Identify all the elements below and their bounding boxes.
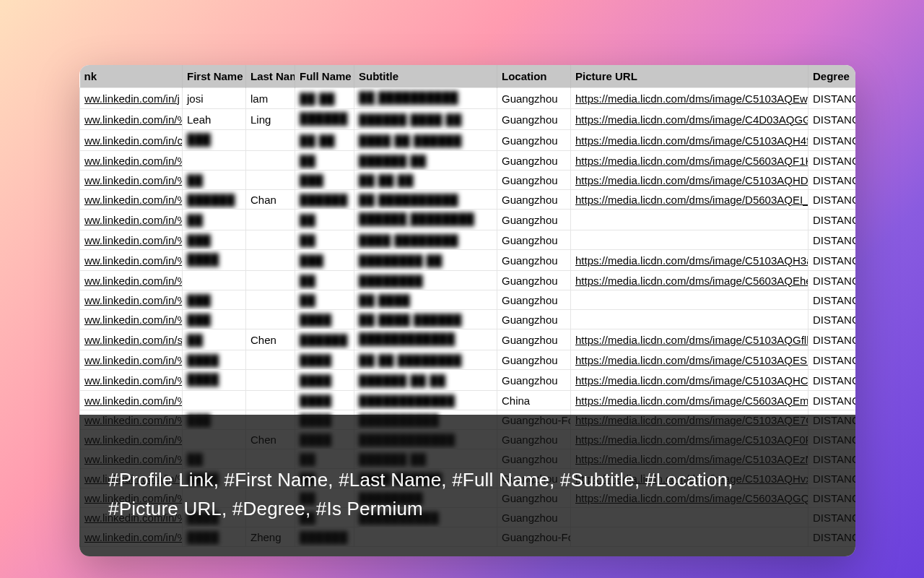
cell[interactable]: ████████ bbox=[354, 271, 497, 290]
cell[interactable] bbox=[571, 210, 808, 230]
cell[interactable]: ww.linkedin.com/in/% bbox=[80, 290, 183, 310]
cell[interactable]: ███ bbox=[183, 130, 246, 151]
cell[interactable]: Guangzhou bbox=[497, 109, 571, 130]
cell[interactable]: Guangzhou bbox=[497, 171, 571, 190]
table-row[interactable]: ww.linkedin.com/in/%██████████ ████████G… bbox=[80, 210, 856, 230]
cell[interactable]: Guangzhou bbox=[497, 210, 571, 230]
cell[interactable]: ████ bbox=[183, 250, 246, 271]
cell[interactable]: ████ ██ ██████ bbox=[354, 130, 497, 151]
cell[interactable]: DISTANCE bbox=[808, 370, 856, 391]
cell[interactable] bbox=[246, 271, 295, 290]
cell[interactable]: ██ ██ bbox=[295, 88, 354, 109]
cell[interactable]: ████ bbox=[183, 350, 246, 370]
cell[interactable]: ww.linkedin.com/in/% bbox=[80, 250, 183, 271]
cell[interactable]: https://media.licdn.com/dms/image/C4D03A… bbox=[571, 109, 808, 130]
cell[interactable]: ww.linkedin.com/in/% bbox=[80, 370, 183, 391]
cell[interactable]: DISTANCE bbox=[808, 130, 856, 151]
cell[interactable]: ww.linkedin.com/in/j bbox=[80, 88, 183, 109]
cell[interactable]: Chen bbox=[246, 329, 295, 350]
cell[interactable]: https://media.licdn.com/dms/image/C5103A… bbox=[571, 329, 808, 350]
cell[interactable]: DISTANCE bbox=[808, 190, 856, 210]
cell[interactable]: Guangzhou bbox=[497, 230, 571, 250]
cell[interactable]: Guangzhou bbox=[497, 329, 571, 350]
table-row[interactable]: ww.linkedin.com/in/%LeahLing████████████… bbox=[80, 109, 856, 130]
cell[interactable]: https://media.licdn.com/dms/image/C5103A… bbox=[571, 171, 808, 190]
col-header-link[interactable]: nk bbox=[80, 65, 183, 88]
col-header-location[interactable]: Location bbox=[497, 65, 571, 88]
table-row[interactable]: ww.linkedin.com/in/%███████ ██ ██Guangzh… bbox=[80, 171, 856, 190]
table-row[interactable]: ww.linkedin.com/in/%████████████████Chin… bbox=[80, 391, 856, 410]
cell[interactable] bbox=[571, 310, 808, 329]
cell[interactable]: ██████ ████ ██ bbox=[354, 109, 497, 130]
cell[interactable]: ████ bbox=[295, 350, 354, 370]
cell[interactable]: DISTANCE bbox=[808, 230, 856, 250]
cell[interactable]: Guangzhou bbox=[497, 271, 571, 290]
cell[interactable]: ██████ bbox=[295, 329, 354, 350]
cell[interactable]: ██ bbox=[295, 151, 354, 171]
cell[interactable]: ██████ ██ bbox=[354, 151, 497, 171]
cell[interactable]: DISTANCE bbox=[808, 151, 856, 171]
cell[interactable]: ██ bbox=[183, 210, 246, 230]
cell[interactable]: ww.linkedin.com/in/% bbox=[80, 230, 183, 250]
cell[interactable] bbox=[246, 130, 295, 151]
cell[interactable]: ██████ bbox=[183, 190, 246, 210]
cell[interactable]: DISTANCE bbox=[808, 329, 856, 350]
cell[interactable] bbox=[246, 210, 295, 230]
cell[interactable]: DISTANCE bbox=[808, 109, 856, 130]
cell[interactable] bbox=[183, 271, 246, 290]
table-row[interactable]: ww.linkedin.com/in/%███████ ████Guangzho… bbox=[80, 290, 856, 310]
cell[interactable]: https://media.licdn.com/dms/image/C5603A… bbox=[571, 151, 808, 171]
table-row[interactable]: ww.linkedin.com/in/%████████ ██Guangzhou… bbox=[80, 151, 856, 171]
cell[interactable]: DISTANCE bbox=[808, 391, 856, 410]
cell[interactable]: ww.linkedin.com/in/% bbox=[80, 391, 183, 410]
cell[interactable]: ███ bbox=[183, 310, 246, 329]
cell[interactable]: DISTANCE bbox=[808, 310, 856, 329]
cell[interactable] bbox=[246, 250, 295, 271]
cell[interactable]: https://media.licdn.com/dms/image/C5103A… bbox=[571, 350, 808, 370]
cell[interactable]: lam bbox=[246, 88, 295, 109]
table-row[interactable]: ww.linkedin.com/in/%██████████Guangzhouh… bbox=[80, 271, 856, 290]
cell[interactable]: ww.linkedin.com/in/s bbox=[80, 329, 183, 350]
col-header-degree[interactable]: Degree bbox=[808, 65, 856, 88]
cell[interactable]: Chan bbox=[246, 190, 295, 210]
cell[interactable] bbox=[571, 290, 808, 310]
table-row[interactable]: ww.linkedin.com/in/s██Chen██████████████… bbox=[80, 329, 856, 350]
col-header-first[interactable]: First Name bbox=[183, 65, 246, 88]
cell[interactable] bbox=[246, 230, 295, 250]
cell[interactable]: https://media.licdn.com/dms/image/C5603A… bbox=[571, 271, 808, 290]
cell[interactable] bbox=[246, 370, 295, 391]
table-row[interactable]: ww.linkedin.com/in/c█████ ██████ ██ ████… bbox=[80, 130, 856, 151]
cell[interactable]: DISTANCE bbox=[808, 88, 856, 109]
cell[interactable]: ww.linkedin.com/in/% bbox=[80, 271, 183, 290]
cell[interactable]: ww.linkedin.com/in/% bbox=[80, 171, 183, 190]
table-row[interactable]: ww.linkedin.com/in/%█████████ ████████Gu… bbox=[80, 230, 856, 250]
cell[interactable]: China bbox=[497, 391, 571, 410]
cell[interactable]: https://media.licdn.com/dms/image/C5103A… bbox=[571, 88, 808, 109]
cell[interactable]: ██ ████ bbox=[354, 290, 497, 310]
cell[interactable]: https://media.licdn.com/dms/image/C5103A… bbox=[571, 130, 808, 151]
table-row[interactable]: ww.linkedin.com/in/%█████████ ████ █████… bbox=[80, 310, 856, 329]
cell[interactable] bbox=[246, 290, 295, 310]
cell[interactable]: DISTANCE bbox=[808, 250, 856, 271]
cell[interactable]: ████ bbox=[295, 391, 354, 410]
cell[interactable]: ww.linkedin.com/in/% bbox=[80, 151, 183, 171]
table-row[interactable]: ww.linkedin.com/in/%██████████ ██ ██████… bbox=[80, 350, 856, 370]
col-header-subtitle[interactable]: Subtitle bbox=[354, 65, 497, 88]
table-row[interactable]: ww.linkedin.com/in/jjosilam██ ████ █████… bbox=[80, 88, 856, 109]
cell[interactable]: ███ bbox=[183, 230, 246, 250]
cell[interactable]: ██████ ████████ bbox=[354, 210, 497, 230]
cell[interactable]: ████████████ bbox=[354, 329, 497, 350]
cell[interactable] bbox=[246, 391, 295, 410]
cell[interactable]: ██ bbox=[183, 329, 246, 350]
cell[interactable]: ww.linkedin.com/in/% bbox=[80, 210, 183, 230]
cell[interactable]: Leah bbox=[183, 109, 246, 130]
cell[interactable]: ww.linkedin.com/in/% bbox=[80, 350, 183, 370]
cell[interactable]: ████ bbox=[295, 310, 354, 329]
table-row[interactable]: ww.linkedin.com/in/%███████████████ ██Gu… bbox=[80, 250, 856, 271]
cell[interactable] bbox=[183, 151, 246, 171]
cell[interactable]: ██ bbox=[183, 171, 246, 190]
table-row[interactable]: ww.linkedin.com/in/%██████████████ ██ ██… bbox=[80, 370, 856, 391]
cell[interactable]: DISTANCE bbox=[808, 350, 856, 370]
cell[interactable]: ww.linkedin.com/in/% bbox=[80, 310, 183, 329]
cell[interactable]: josi bbox=[183, 88, 246, 109]
